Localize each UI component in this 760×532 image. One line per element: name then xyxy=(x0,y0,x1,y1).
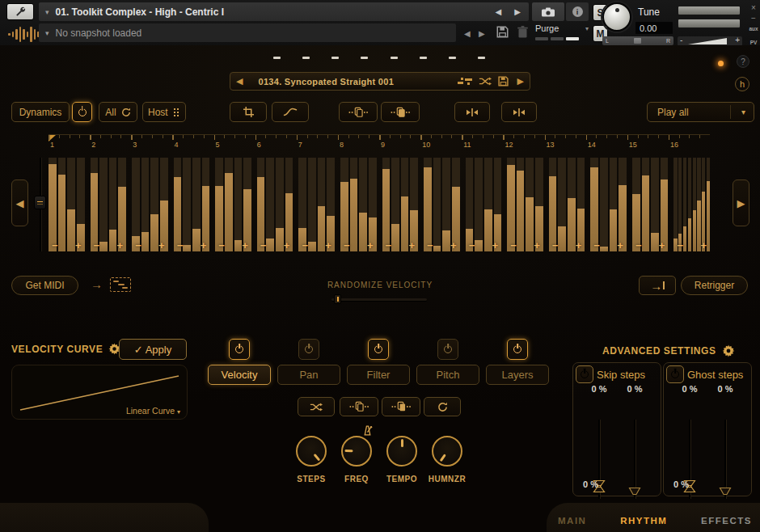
variation-slot[interactable] xyxy=(420,57,427,59)
step-bar[interactable] xyxy=(192,158,201,251)
step-bar[interactable] xyxy=(141,158,150,251)
step-bar[interactable] xyxy=(58,158,66,251)
step-bar[interactable] xyxy=(651,158,659,251)
knob-freq[interactable] xyxy=(341,436,372,467)
pattern-page-left-button[interactable]: ◀ xyxy=(11,179,28,226)
curve-type-dropdown[interactable]: Linear Curve ▾ xyxy=(126,406,180,416)
step-bar[interactable] xyxy=(697,158,700,251)
step-bar[interactable] xyxy=(475,158,483,251)
step-bar[interactable] xyxy=(452,158,460,251)
tune-knob[interactable] xyxy=(602,2,631,32)
module-power-pan[interactable] xyxy=(298,339,319,360)
tab-filter[interactable]: Filter xyxy=(347,365,410,385)
minimize-button[interactable]: − xyxy=(747,13,760,23)
panel-power-button[interactable] xyxy=(666,365,684,383)
subdivide-minus-button[interactable]: − xyxy=(386,241,392,251)
step-bar[interactable] xyxy=(67,158,75,251)
subdivide-minus-button[interactable]: − xyxy=(469,241,475,251)
step-bar[interactable] xyxy=(298,158,306,251)
save-preset-icon[interactable] xyxy=(498,76,509,87)
spread-velocity-button[interactable] xyxy=(454,102,490,122)
all-refresh-button[interactable]: All xyxy=(99,102,137,122)
variation-slot[interactable] xyxy=(273,57,281,59)
slider-handle[interactable] xyxy=(719,484,732,499)
wrench-button[interactable] xyxy=(6,3,34,20)
curve-tool-button[interactable] xyxy=(272,102,309,122)
step-bar[interactable] xyxy=(693,158,696,251)
subdivide-minus-button[interactable]: − xyxy=(94,241,100,251)
module-power-pitch[interactable] xyxy=(437,339,458,360)
step-bar[interactable] xyxy=(382,158,391,251)
step-bar[interactable] xyxy=(160,158,168,251)
copy-pattern-button[interactable] xyxy=(339,102,378,122)
step-bar[interactable] xyxy=(215,158,223,251)
subdivide-plus-button[interactable]: + xyxy=(75,241,82,251)
contract-velocity-button[interactable] xyxy=(501,102,537,122)
advance-pattern-button[interactable]: → xyxy=(639,276,676,295)
subdivide-plus-button[interactable]: + xyxy=(325,241,331,251)
dynamics-button[interactable]: Dynamics xyxy=(11,102,70,122)
play-mode-dropdown[interactable]: Play all ▾ xyxy=(647,102,754,122)
subdivide-plus-button[interactable]: + xyxy=(617,241,623,251)
step-bar[interactable] xyxy=(391,158,399,251)
subdivide-minus-button[interactable]: − xyxy=(552,241,559,251)
subdivide-plus-button[interactable]: + xyxy=(117,241,124,251)
subdivide-plus-button[interactable]: + xyxy=(534,241,540,251)
subdivide-minus-button[interactable]: − xyxy=(177,241,184,251)
subdivide-minus-button[interactable]: − xyxy=(302,241,308,251)
variation-slot[interactable] xyxy=(331,57,339,59)
subdivide-plus-button[interactable]: + xyxy=(492,241,499,251)
velocity-curve-editor[interactable]: Linear Curve ▾ xyxy=(11,365,188,420)
module-power-layers[interactable] xyxy=(507,339,528,360)
subdivide-plus-button[interactable]: + xyxy=(158,241,165,251)
browser-levels-icon[interactable] xyxy=(458,77,472,86)
prev-snapshot-arrow[interactable]: ◀ xyxy=(464,29,471,38)
tune-value[interactable]: 0.00 xyxy=(635,22,673,34)
step-bar[interactable] xyxy=(484,158,492,251)
knob-humnzr[interactable] xyxy=(432,436,462,467)
randomize-velocity-slider[interactable] xyxy=(331,298,427,301)
step-bar[interactable] xyxy=(225,158,233,251)
subdivide-minus-button[interactable]: − xyxy=(510,241,517,251)
step-bar[interactable] xyxy=(424,158,432,251)
next-preset-arrow[interactable]: ▶ xyxy=(512,76,530,87)
step-bar[interactable] xyxy=(285,158,293,251)
dynamics-slider-handle[interactable] xyxy=(34,196,46,209)
h-badge-button[interactable]: h xyxy=(735,77,749,91)
prev-preset-arrow[interactable]: ◀ xyxy=(230,76,248,87)
step-bar[interactable] xyxy=(359,158,367,251)
next-instrument-arrow[interactable]: ▶ xyxy=(514,7,521,16)
step-bar[interactable] xyxy=(535,158,543,251)
step-bar[interactable] xyxy=(632,158,640,251)
tab-layers[interactable]: Layers xyxy=(486,365,549,385)
step-bar[interactable] xyxy=(507,158,515,251)
step-bar[interactable] xyxy=(707,158,710,251)
shuffle-preset-icon[interactable] xyxy=(479,77,492,86)
variation-slot[interactable] xyxy=(361,57,368,59)
aux-label[interactable]: aux xyxy=(747,23,760,34)
subdivide-plus-button[interactable]: + xyxy=(201,241,207,251)
apply-curve-button[interactable]: ✓ Apply xyxy=(119,339,187,360)
step-bar[interactable] xyxy=(577,158,585,251)
step-bar[interactable] xyxy=(234,158,243,251)
subdivide-plus-button[interactable]: + xyxy=(408,241,415,251)
step-bar[interactable] xyxy=(549,158,557,251)
step-bar[interactable] xyxy=(442,158,450,251)
subdivide-minus-button[interactable]: − xyxy=(260,241,267,251)
crop-pattern-button[interactable] xyxy=(230,102,267,122)
step-bar[interactable] xyxy=(702,158,705,251)
tab-pan[interactable]: Pan xyxy=(277,365,340,385)
subdivide-plus-button[interactable]: + xyxy=(576,241,582,251)
step-bar[interactable] xyxy=(610,158,618,251)
step-bar[interactable] xyxy=(642,158,650,251)
paste-pattern-button[interactable] xyxy=(381,102,420,122)
subdivide-minus-button[interactable]: − xyxy=(52,241,58,251)
step-bar[interactable] xyxy=(183,158,191,251)
tab-pitch[interactable]: Pitch xyxy=(416,365,479,385)
variation-slot[interactable] xyxy=(302,57,310,59)
pattern-page-right-button[interactable]: ▶ xyxy=(733,179,749,226)
subdivide-minus-button[interactable]: − xyxy=(135,241,141,251)
subdivide-minus-button[interactable]: − xyxy=(427,241,433,251)
variation-slot[interactable] xyxy=(449,57,456,59)
step-bar[interactable] xyxy=(318,158,326,251)
